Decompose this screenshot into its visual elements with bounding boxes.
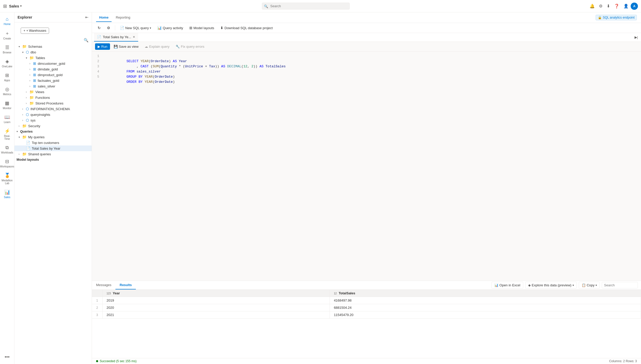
cell-totalsales-1: 4168497.98: [330, 297, 641, 304]
realtime-icon: ⚡: [4, 128, 10, 134]
tree-item-my-queries[interactable]: ▾ 📁 My queries: [14, 134, 92, 140]
results-search-input[interactable]: [602, 282, 638, 288]
run-button[interactable]: ▶ Run: [95, 43, 110, 50]
tree-item-total-sales-by-year[interactable]: 📄 Total Sales by Year: [14, 145, 92, 151]
run-icon: ▶: [98, 45, 100, 48]
table-icon: ⊞: [33, 61, 36, 66]
explore-data-button[interactable]: ◈ Explore this data (preview) ▾: [525, 282, 577, 289]
tree-item-sales-silver[interactable]: › ⊞ sales_silver: [14, 83, 92, 89]
new-sql-query-button[interactable]: 📄 New SQL query ▾: [117, 25, 154, 31]
nav-item-browse[interactable]: ☰ Browse: [1, 43, 13, 56]
notification-icon[interactable]: 🔔: [590, 4, 595, 9]
nav-item-create[interactable]: ＋ Create: [1, 28, 13, 42]
result-tab-results[interactable]: Results: [115, 281, 136, 289]
query-action-bar: ▶ Run 💾 Save as view ☁ Explain query 🔧 F…: [92, 42, 641, 52]
query-tab-total-sales[interactable]: 📄 Total Sales by Ye... ✕: [94, 33, 138, 42]
my-queries-folder-icon: 📁: [22, 135, 27, 139]
topbar-search-input[interactable]: [262, 3, 350, 10]
tree-item-model-layouts[interactable]: Model layouts: [14, 157, 92, 162]
tree-item-tables[interactable]: ▾ 📁 Tables: [14, 55, 92, 61]
nav-item-apps[interactable]: ⊞ Apps: [1, 70, 13, 84]
copy-button[interactable]: 📋 Copy ▾: [579, 282, 600, 289]
collapse-panel-icon[interactable]: ⇤: [85, 15, 89, 20]
app-name-chevron: ▾: [20, 4, 22, 8]
tree-item-shared-queries[interactable]: › 📁 Shared queries: [14, 151, 92, 157]
tree-item-factsales-gold[interactable]: › ⊞ factsales_gold: [14, 78, 92, 83]
open-excel-button[interactable]: 📊 Open in Excel: [491, 282, 523, 289]
nav-item-realtime[interactable]: ⚡ Real-Time: [1, 126, 13, 142]
explore-icon: ◈: [528, 283, 531, 287]
workspaces-icon: ⊟: [5, 159, 9, 164]
main-layout: ⌂ Home ＋ Create ☰ Browse ◈ OneLake ⊞ App…: [0, 12, 641, 364]
query-activity-button[interactable]: 📊 Query activity: [155, 25, 186, 31]
query-icon-2: 📄: [26, 146, 30, 150]
download-icon: ⬇: [220, 26, 223, 30]
code-editor[interactable]: 1 2 3 4 5 SELECT YEAR(OrderDate) AS Year…: [92, 52, 641, 281]
app-grid-icon[interactable]: ⊞: [3, 3, 7, 9]
status-columns-rows: Columns: 2 Rows: 3: [609, 359, 637, 363]
model-layouts-button[interactable]: ⊞ Model layouts: [187, 25, 217, 31]
apps-icon: ⊞: [5, 72, 9, 78]
tree-item-schemas[interactable]: ▾ 📁 Schemas: [14, 44, 92, 49]
tree-item-dbo[interactable]: ▾ ⬡ dbo: [14, 49, 92, 55]
tab-reporting[interactable]: Reporting: [113, 13, 133, 22]
toolbar-divider-1: [115, 25, 115, 30]
help-icon[interactable]: ❓: [614, 4, 619, 9]
nav-item-monitor[interactable]: ▦ Monitor: [1, 98, 13, 112]
settings-icon[interactable]: ⚙: [599, 4, 603, 9]
new-sql-chevron-icon: ▾: [150, 27, 151, 29]
col-year-header: 123 Year: [102, 290, 330, 297]
fix-query-errors-button[interactable]: 🔧 Fix query errors: [173, 43, 207, 50]
app-name[interactable]: Sales ▾: [9, 4, 22, 8]
tree-item-functions[interactable]: › 📁 Functions: [14, 95, 92, 100]
nav-item-learn[interactable]: 📖 Learn: [1, 112, 13, 126]
tab-home[interactable]: Home: [96, 13, 112, 22]
share-icon[interactable]: 👤: [623, 4, 629, 9]
tree-item-dimdate-gold[interactable]: › ⊞ dimdate_gold: [14, 66, 92, 72]
explorer-panel: Explorer ⇤ + + Warehouses 🔍 ▾ 📁 Sche: [14, 12, 92, 364]
settings-button[interactable]: ⚙: [104, 25, 113, 31]
nav-item-onelake[interactable]: ◈ OneLake: [1, 56, 13, 70]
tree-item-information-schema[interactable]: › ⬡ INFORMATION_SCHEMA: [14, 106, 92, 112]
panel-toggle-icon[interactable]: ▶|: [631, 33, 641, 41]
endpoint-badge: 🔒 SQL analytics endpoint: [596, 15, 637, 20]
results-table-container: 123 Year 12 TotalSales: [92, 290, 641, 358]
add-warehouse-button[interactable]: + + Warehouses: [21, 28, 49, 34]
explain-query-button[interactable]: ☁ Explain query: [142, 43, 172, 50]
queryinsights-icon: ⬡: [26, 112, 29, 117]
topbar-icon-group: 🔔 ⚙ ⬇ ❓ 👤: [590, 4, 629, 9]
tree-item-security[interactable]: › 📁 Security: [14, 123, 92, 129]
download-button[interactable]: ⬇ Download SQL database project: [218, 25, 275, 31]
query-icon-1: 📄: [26, 141, 30, 145]
query-tabs: 📄 Total Sales by Ye... ✕ ▶|: [92, 33, 641, 42]
query-tab-close-button[interactable]: ✕: [133, 35, 135, 39]
refresh-button[interactable]: ↻: [95, 25, 103, 31]
nav-item-workspaces[interactable]: ⊟ Workspaces: [1, 157, 13, 170]
download-icon[interactable]: ⬇: [607, 4, 610, 9]
nav-item-home[interactable]: ⌂ Home: [1, 14, 13, 28]
row-num-3: 3: [92, 311, 102, 319]
table-row: 1 2019 4168497.98: [92, 297, 641, 304]
save-as-view-button[interactable]: 💾 Save as view: [111, 43, 141, 50]
tree-item-queryinsights[interactable]: › ⬡ queryinsights: [14, 112, 92, 117]
tree-item-dimproduct-gold[interactable]: › ⊞ dimproduct_gold: [14, 72, 92, 78]
medallion-icon: 🏅: [4, 173, 10, 178]
tree-item-dimcustomer-gold[interactable]: › ⊞ dimcustomer_gold: [14, 61, 92, 66]
gear-icon: ⚙: [107, 26, 110, 30]
nav-item-workloads[interactable]: ⧉ Workloads: [1, 143, 13, 156]
nav-item-medallion[interactable]: 🏅 Medallion Lab: [1, 171, 13, 187]
result-tab-messages[interactable]: Messages: [92, 281, 115, 289]
explorer-search-icon[interactable]: 🔍: [84, 38, 89, 43]
tree-item-queries[interactable]: ▾ Queries: [14, 129, 92, 134]
functions-folder-icon: 📁: [29, 95, 34, 100]
tree-item-sys[interactable]: › ⬡ sys: [14, 117, 92, 123]
tree-item-views[interactable]: › 📁 Views: [14, 89, 92, 95]
create-icon: ＋: [5, 30, 10, 36]
status-bar: Succeeded (5 sec 155 ms) Columns: 2 Rows…: [92, 358, 641, 364]
tree-item-stored-procedures[interactable]: › 📁 Stored Procedures: [14, 100, 92, 106]
user-avatar[interactable]: A: [631, 3, 638, 10]
nav-item-sales[interactable]: 📊 Sales: [1, 187, 13, 201]
nav-item-more[interactable]: •••: [1, 352, 13, 362]
tree-item-top-ten-customers[interactable]: 📄 Top ten customers: [14, 140, 92, 145]
nav-item-metrics[interactable]: ◎ Metrics: [1, 84, 13, 98]
